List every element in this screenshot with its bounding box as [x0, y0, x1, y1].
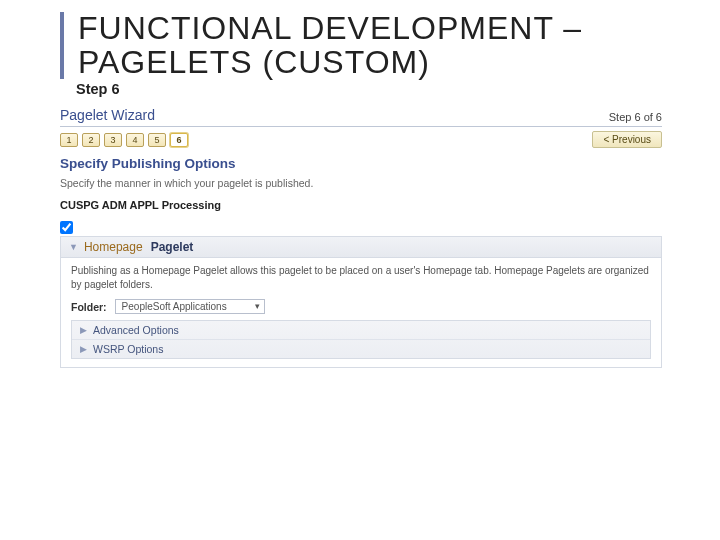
step-3[interactable]: 3: [104, 133, 122, 147]
homepage-pagelet-group: ▼ Homepage Pagelet Publishing as a Homep…: [60, 236, 662, 368]
title-block: FUNCTIONAL DEVELOPMENT – PAGELETS (CUSTO…: [60, 12, 670, 79]
homepage-pagelet-header[interactable]: ▼ Homepage Pagelet: [61, 237, 661, 258]
folder-label: Folder:: [71, 301, 107, 313]
homepage-header-prefix: Homepage: [84, 240, 143, 254]
folder-select[interactable]: PeopleSoft Applications: [115, 299, 265, 314]
homepage-header-word: Pagelet: [151, 240, 194, 254]
step-indicator: 1 2 3 4 5 6: [60, 133, 188, 147]
section-title: Specify Publishing Options: [60, 156, 662, 171]
homepage-pagelet-checkbox[interactable]: [60, 221, 73, 234]
chevron-right-icon: ▶: [80, 344, 87, 354]
step-counter: Step 6 of 6: [609, 111, 662, 123]
homepage-description: Publishing as a Homepage Pagelet allows …: [71, 264, 651, 291]
chevron-right-icon: ▶: [80, 325, 87, 335]
sub-options: ▶ Advanced Options ▶ WSRP Options: [71, 320, 651, 359]
wsrp-options-row[interactable]: ▶ WSRP Options: [72, 339, 650, 358]
step-2[interactable]: 2: [82, 133, 100, 147]
previous-button[interactable]: < Previous: [592, 131, 662, 148]
slide-title: FUNCTIONAL DEVELOPMENT – PAGELETS (CUSTO…: [78, 12, 670, 79]
step-5[interactable]: 5: [148, 133, 166, 147]
processing-label: CUSPG ADM APPL Processing: [60, 199, 662, 211]
step-6[interactable]: 6: [170, 133, 188, 147]
folder-select-value: PeopleSoft Applications: [122, 301, 227, 312]
wizard-title: Pagelet Wizard: [60, 107, 155, 123]
expand-icon: ▼: [69, 242, 78, 252]
wizard-panel: Pagelet Wizard Step 6 of 6 1 2 3 4 5 6 <…: [60, 107, 662, 368]
divider: [60, 126, 662, 127]
step-label: Step 6: [76, 81, 670, 97]
wsrp-options-label: WSRP Options: [93, 343, 163, 355]
section-subtitle: Specify the manner in which your pagelet…: [60, 177, 662, 189]
step-1[interactable]: 1: [60, 133, 78, 147]
advanced-options-label: Advanced Options: [93, 324, 179, 336]
step-4[interactable]: 4: [126, 133, 144, 147]
advanced-options-row[interactable]: ▶ Advanced Options: [72, 321, 650, 339]
